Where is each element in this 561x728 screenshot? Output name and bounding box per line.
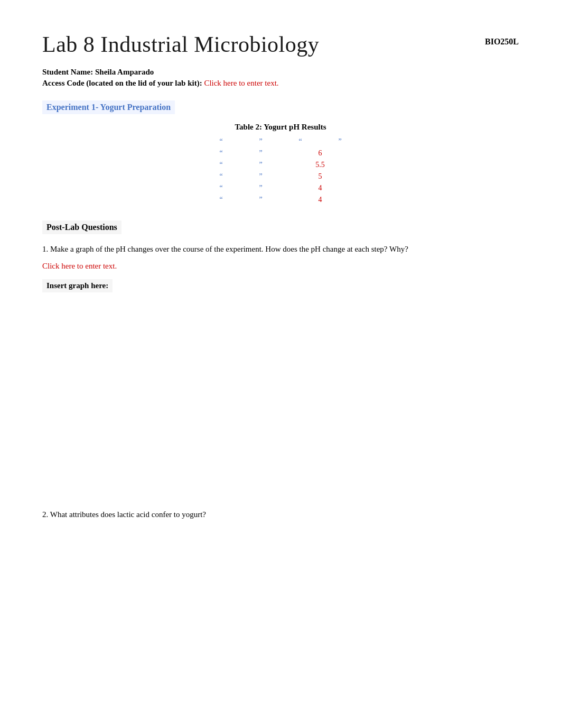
question-2-number: 2. xyxy=(42,510,50,519)
page-header: Lab 8 Industrial Microbiology BIO250L xyxy=(42,32,519,57)
row-col1: “ xyxy=(201,148,241,159)
row-col1: “ xyxy=(201,182,241,194)
table-header-row: “ ” “ ” xyxy=(201,136,360,148)
question-2-text: 2. What attributes does lactic acid conf… xyxy=(42,508,519,521)
table-row: “ ” 6 xyxy=(201,148,360,159)
question-1-text: 1. Make a graph of the pH changes over t… xyxy=(42,243,519,255)
table-title: Table 2: Yogurt pH Results xyxy=(42,123,519,132)
row-ph-value: 6 xyxy=(280,148,360,159)
table-header-col2: ” xyxy=(241,136,280,148)
table-row: “ ” 5.5 xyxy=(201,159,360,171)
row-col1: “ xyxy=(201,194,241,206)
page-title: Lab 8 Industrial Microbiology xyxy=(42,32,319,57)
row-ph-value: 5.5 xyxy=(280,159,360,171)
table-row: “ ” 5 xyxy=(201,171,360,182)
table-row: “ ” 4 xyxy=(201,194,360,206)
table-header-col1: “ xyxy=(201,136,241,148)
row-col2: ” xyxy=(241,194,280,206)
insert-graph-label: Insert graph here: xyxy=(42,279,113,292)
table-header-col4: ” xyxy=(320,136,360,148)
row-col1: “ xyxy=(201,159,241,171)
table-row: “ ” 4 xyxy=(201,182,360,194)
student-name-line: Student Name: Sheila Amparado xyxy=(42,68,519,77)
post-lab-title: Post-Lab Questions xyxy=(42,220,121,234)
row-col2: ” xyxy=(241,159,280,171)
name-label: Student Name: xyxy=(42,68,93,76)
access-code-line: Access Code (located on the lid of your … xyxy=(42,79,519,88)
row-ph-value: 4 xyxy=(280,194,360,206)
post-lab-section: Post-Lab Questions 1. Make a graph of th… xyxy=(42,220,519,521)
row-col2: ” xyxy=(241,148,280,159)
name-value: Sheila Amparado xyxy=(95,68,154,76)
row-col2: ” xyxy=(241,182,280,194)
course-code: BIO250L xyxy=(485,37,519,47)
row-ph-value: 5 xyxy=(280,171,360,182)
access-code-label: Access Code (located on the lid of your … xyxy=(42,79,202,87)
question-1-number: 1. xyxy=(42,245,50,253)
row-col1: “ xyxy=(201,171,241,182)
row-col2: ” xyxy=(241,171,280,182)
ph-results-table: “ ” “ ” “ ” 6 “ ” 5.5 “ ” 5 “ ” 4 “ ” 4 xyxy=(201,136,360,206)
table-header-col3: “ xyxy=(280,136,320,148)
student-info-section: Student Name: Sheila Amparado Access Cod… xyxy=(42,68,519,88)
table-section: Table 2: Yogurt pH Results “ ” “ ” “ ” 6… xyxy=(42,123,519,206)
access-code-input[interactable]: Click here to enter text. xyxy=(204,79,278,87)
experiment-title: Experiment 1- Yogurt Preparation xyxy=(42,100,175,114)
row-ph-value: 4 xyxy=(280,182,360,194)
experiment-section: Experiment 1- Yogurt Preparation Table 2… xyxy=(42,100,519,206)
question-1-answer[interactable]: Click here to enter text. xyxy=(42,262,519,271)
